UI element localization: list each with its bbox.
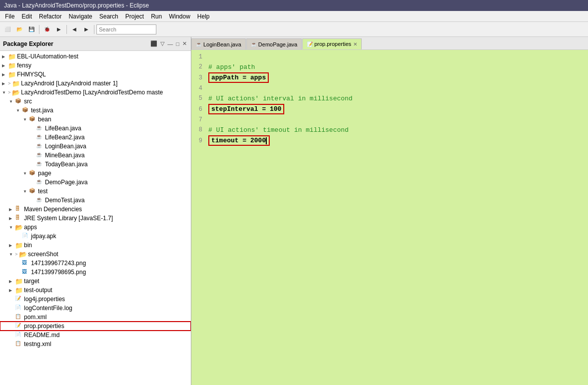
tree-label: LazyAndroidTestDemo [LazyAndroidTestDemo… [21, 89, 163, 96]
tree-item-demopage[interactable]: ▶ ☕ DemoPage.java [0, 178, 191, 187]
code-editor[interactable]: 1 2 # apps' path 3 appPath = apps 4 [191, 50, 588, 385]
expand-arrow: ▶ [2, 72, 8, 77]
toolbar-new[interactable]: ⬜ [2, 24, 13, 35]
expand-arrow: ▶ [2, 54, 8, 59]
java-icon: ☕ [36, 143, 44, 150]
pe-collapse-btn[interactable]: ⬛ [149, 40, 158, 47]
tree-label: apps [24, 224, 37, 231]
tree-item-png2[interactable]: ▶ 🖼 1471399798695.png [0, 268, 191, 277]
toolbar-open[interactable]: 📂 [14, 24, 25, 35]
code-line-1: 1 [191, 52, 588, 62]
title-text: Java - LazyAndroidTestDemo/prop.properti… [4, 2, 149, 9]
menu-refactor[interactable]: Refactor [36, 12, 64, 21]
tree-item-pomxml[interactable]: ▶ 📋 pom.xml [0, 313, 191, 322]
tree-label: TodayBean.java [45, 161, 87, 168]
line-content: timeout = 2000 [206, 135, 588, 146]
toolbar-debug[interactable]: 🐞 [41, 24, 52, 35]
line-content: stepInterval = 100 [206, 104, 588, 114]
tree-item-demotest[interactable]: ▶ ☕ DemoTest.java [0, 196, 191, 205]
tree-item-readme[interactable]: ▶ 📄 README.md [0, 331, 191, 340]
tree-item-apps[interactable]: ▼ 📂 apps [0, 223, 191, 232]
tab-close-btn[interactable]: ✕ [353, 41, 357, 47]
tree-item-test[interactable]: ▼ 📦 test [0, 187, 191, 196]
menu-bar: File Edit Refactor Navigate Search Proje… [0, 11, 588, 22]
java-tab-icon: ☕ [196, 41, 202, 47]
tree-item-lazydroid[interactable]: ▶ > 📁 LazyAndroid [LazyAndroid master 1] [0, 79, 191, 88]
tree-item-jdpay[interactable]: ▶ 📄 jdpay.apk [0, 232, 191, 241]
tree-label: page [38, 170, 51, 177]
tab-loginbean[interactable]: ☕ LoginBean.java [191, 38, 246, 49]
toolbar-save[interactable]: 💾 [26, 24, 37, 35]
tree-item-screenshot[interactable]: ▼ > 📂 screenShot [0, 250, 191, 259]
tree-item-fensy[interactable]: ▶ 📁 fensy [0, 61, 191, 70]
expand-arrow: ▼ [16, 108, 22, 113]
tree-item-log4j[interactable]: ▶ 📝 log4j.properties [0, 295, 191, 304]
tree-item-src[interactable]: ▼ 📦 src [0, 97, 191, 106]
tree-item-mavdeps[interactable]: ▶ 🗄 Maven Dependencies [0, 205, 191, 214]
tree-item-loginbean[interactable]: ▶ ☕ LoginBean.java [0, 142, 191, 151]
search-input[interactable] [96, 24, 156, 34]
tree-item-bin[interactable]: ▶ 📁 bin [0, 241, 191, 250]
pe-minimize-btn[interactable]: — [166, 40, 174, 47]
pe-menu-btn[interactable]: ▽ [159, 40, 165, 47]
folder-icon: 📁 [8, 62, 16, 69]
pe-close-btn[interactable]: ✕ [181, 40, 188, 47]
tree-item-png1[interactable]: ▶ 🖼 1471399677243.png [0, 259, 191, 268]
tree-item-todaybean[interactable]: ▶ ☕ TodayBean.java [0, 160, 191, 169]
menu-project[interactable]: Project [122, 12, 147, 21]
tree-label: test.java [31, 107, 53, 114]
folder-icon: 📁 [15, 278, 23, 285]
menu-window[interactable]: Window [166, 12, 193, 21]
menu-edit[interactable]: Edit [18, 12, 35, 21]
tree-item-page[interactable]: ▼ 📦 page [0, 169, 191, 178]
png-icon: 🖼 [22, 269, 30, 276]
toolbar-back[interactable]: ◀ [69, 24, 80, 35]
tree-item-minebean[interactable]: ▶ ☕ MineBean.java [0, 151, 191, 160]
menu-navigate[interactable]: Navigate [65, 12, 95, 21]
jar-icon: 🗄 [15, 206, 23, 213]
package-icon: 📦 [29, 170, 37, 177]
file-icon: 📄 [15, 332, 23, 339]
pe-maximize-btn[interactable]: □ [175, 40, 180, 47]
tree-item-lifebean[interactable]: ▶ ☕ LifeBean.java [0, 124, 191, 133]
tree-item-lazydroidtest[interactable]: ▼ > 📂 LazyAndroidTestDemo [LazyAndroidTe… [0, 88, 191, 97]
tab-demopage[interactable]: ☕ DemoPage.java [246, 38, 302, 49]
tree-label: prop.properties [24, 323, 64, 330]
tree-item-testoutput[interactable]: ▶ 📁 test-output [0, 286, 191, 295]
tree-item-bean[interactable]: ▼ 📦 bean [0, 115, 191, 124]
code-line-4: 4 [191, 83, 588, 93]
menu-search[interactable]: Search [96, 12, 121, 21]
src-icon: 📦 [15, 98, 23, 105]
line-content [206, 116, 588, 124]
toolbar-forward[interactable]: ▶ [81, 24, 92, 35]
tree-item-ebl[interactable]: ▶ 📁 EBL-UIAutomation-test [0, 52, 191, 61]
package-explorer: Package Explorer ⬛ ▽ — □ ✕ ▶ 📁 EBL-UIAut… [0, 37, 191, 385]
tree-item-lifebean2[interactable]: ▶ ☕ LifeBean2.java [0, 133, 191, 142]
expand-arrow: ▼ [23, 171, 29, 176]
tree-label: fensy [17, 62, 31, 69]
tree-item-fhmysql[interactable]: ▶ 📁 FHMYSQL [0, 70, 191, 79]
tree-item-target[interactable]: ▶ 📁 target [0, 277, 191, 286]
menu-file[interactable]: File [2, 12, 17, 21]
tree-item-propprops[interactable]: ▶ 📝 prop.properties [0, 322, 191, 331]
line-content [206, 53, 588, 61]
folder-icon: 📁 [15, 287, 23, 294]
toolbar-run[interactable]: ▶ [53, 24, 64, 35]
log-icon: 📄 [15, 305, 23, 312]
java-icon: ☕ [36, 125, 44, 132]
tree-item-logcontent[interactable]: ▶ 📄 logContentFile.log [0, 304, 191, 313]
tree-label: bin [24, 242, 32, 249]
tree-item-jrelib[interactable]: ▶ 🗄 JRE System Library [JavaSE-1.7] [0, 214, 191, 223]
tree-label: Maven Dependencies [24, 206, 82, 213]
expand-arrow: ▶ [9, 207, 15, 212]
menu-run[interactable]: Run [148, 12, 165, 21]
title-bar: Java - LazyAndroidTestDemo/prop.properti… [0, 0, 588, 11]
tree-item-testjava[interactable]: ▼ 📦 test.java [0, 106, 191, 115]
menu-help[interactable]: Help [194, 12, 213, 21]
toolbar-sep-2 [66, 25, 67, 34]
tab-propprops[interactable]: 📝 prop.properties ✕ [302, 38, 362, 49]
tree-item-testngxml[interactable]: ▶ 📋 testng.xml [0, 340, 191, 349]
folder-open-icon: 📂 [19, 251, 27, 258]
code-line-9: 9 timeout = 2000 [191, 135, 588, 146]
tree-label: target [24, 278, 39, 285]
